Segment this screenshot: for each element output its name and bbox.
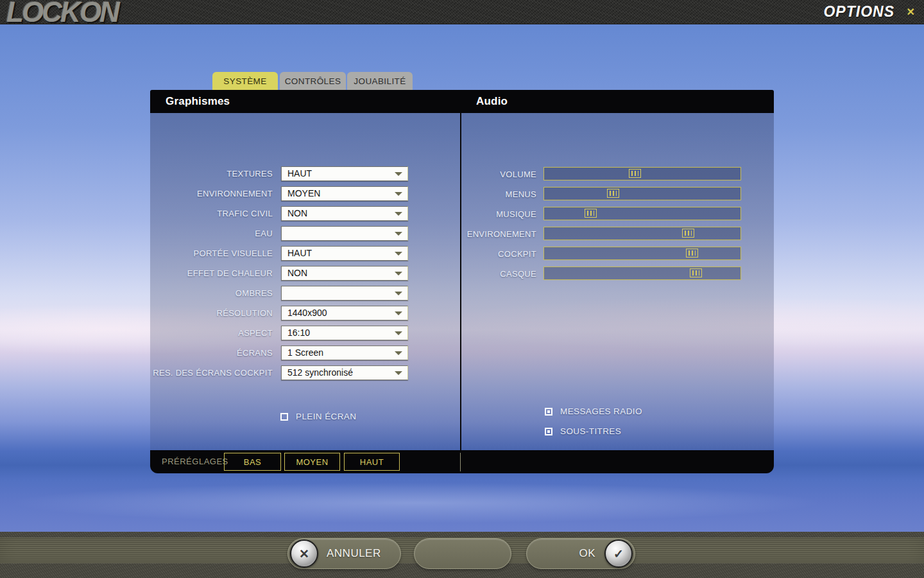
options-screen: LOCK ON OPTIONS ✕ SYSTÈME CONTRÔLES JOUA… [0, 0, 924, 578]
screens-dropdown[interactable]: 1 Screen [281, 346, 408, 360]
setting-label: TRAFIC CIVIL [150, 206, 273, 221]
fullscreen-checkbox-row[interactable]: PLEIN ÉCRAN [280, 412, 356, 421]
cockpit-sound-slider[interactable] [543, 247, 741, 260]
headset-slider[interactable] [543, 267, 741, 280]
graphics-row: ASPECT 16:10 [150, 326, 458, 340]
slider-handle[interactable] [629, 169, 641, 178]
water-dropdown[interactable] [281, 226, 408, 241]
slider-handle[interactable] [690, 268, 702, 277]
audio-row: MENUS [461, 187, 774, 202]
audio-row: COCKPIT [461, 247, 774, 261]
middle-button[interactable] [414, 538, 511, 569]
ok-button[interactable]: OK ✓ [526, 538, 635, 569]
heat-effect-dropdown[interactable]: NON [281, 266, 408, 281]
lockon-logo: LOCK ON [6, 0, 118, 24]
dropdown-value: HAUT [287, 247, 312, 260]
ok-icon: ✓ [604, 539, 633, 568]
tab-jouabilite[interactable]: JOUABILITÉ [347, 72, 413, 91]
checkbox-label: SOUS-TITRES [560, 426, 621, 436]
presets-divider [460, 453, 461, 471]
audio-row: CASQUE [461, 267, 774, 281]
close-icon[interactable]: ✕ [907, 6, 915, 18]
chevron-down-icon [395, 371, 402, 375]
checkbox[interactable] [545, 408, 552, 416]
setting-label: EAU [150, 226, 273, 241]
chevron-down-icon [395, 252, 402, 256]
audio-row: MUSIQUE [461, 207, 774, 222]
environment-dropdown[interactable]: MOYEN [281, 186, 408, 201]
graphics-row: EFFET DE CHALEUR NON [150, 266, 458, 281]
graphics-row: ÉCRANS 1 Screen [150, 346, 458, 360]
panel-header: Graphismes Audio [150, 90, 774, 113]
tab-systeme[interactable]: SYSTÈME [212, 72, 278, 91]
chevron-down-icon [395, 172, 402, 176]
resolution-dropdown[interactable]: 924x578 [281, 306, 408, 320]
setting-label: RÉSOLUTION [150, 306, 273, 320]
slider-label: VOLUME [462, 167, 536, 182]
cancel-icon: ✕ [290, 539, 318, 568]
page-title: OPTIONS [823, 3, 894, 21]
audio-row: VOLUME [461, 167, 774, 182]
title-bar: LOCK ON OPTIONS ✕ [0, 0, 924, 24]
checkbox-label: MESSAGES RADIO [560, 407, 642, 416]
slider-label: CASQUE [462, 267, 536, 281]
slider-handle[interactable] [585, 209, 597, 218]
dropdown-value: 16:10 [287, 326, 310, 340]
setting-label: ENVIRONNEMENT [150, 186, 273, 201]
radio-messages-checkbox-row[interactable]: MESSAGES RADIO [545, 407, 642, 416]
chevron-down-icon [395, 351, 402, 355]
graphics-row: TEXTURES HAUT [150, 166, 458, 181]
checkbox[interactable] [545, 428, 552, 435]
visual-range-dropdown[interactable]: HAUT [281, 246, 408, 261]
chevron-down-icon [395, 272, 402, 276]
graphics-row: TRAFIC CIVIL NON [150, 206, 458, 221]
preset-high-button[interactable]: HAUT [344, 453, 400, 471]
menus-slider[interactable] [543, 187, 741, 200]
checkbox[interactable] [280, 413, 288, 421]
cancel-button[interactable]: ✕ ANNULER [287, 538, 401, 569]
slider-handle[interactable] [607, 189, 619, 198]
preset-low-button[interactable]: BAS [224, 453, 281, 471]
environment-sound-slider[interactable] [543, 227, 741, 240]
slider-label: MENUS [462, 187, 536, 202]
setting-label: EFFET DE CHALEUR [150, 266, 273, 281]
slider-label: COCKPIT [462, 247, 536, 261]
graphics-row: OMBRES [150, 286, 458, 301]
cockpit-screen-res-dropdown[interactable]: 512 synchronisé [281, 365, 408, 380]
setting-label: TEXTURES [150, 166, 273, 181]
chevron-down-icon [395, 232, 402, 236]
section-divider [460, 113, 461, 450]
graphics-row: RES. DES ÉCRANS COCKPIT 512 synchronisé [150, 365, 458, 380]
tab-controles[interactable]: CONTRÔLES [280, 72, 346, 91]
subtitles-checkbox-row[interactable]: SOUS-TITRES [545, 426, 621, 436]
civil-traffic-dropdown[interactable]: NON [281, 206, 408, 221]
presets-bar: PRÉRÉGLAGES BAS MOYEN HAUT [150, 450, 774, 473]
dropdown-value: MOYEN [287, 187, 320, 200]
audio-section-title: Audio [476, 90, 508, 113]
shadows-dropdown[interactable] [281, 286, 408, 301]
chevron-down-icon [395, 292, 402, 295]
slider-label: MUSIQUE [462, 207, 536, 222]
dropdown-value: NON [287, 207, 307, 220]
panel-body [150, 113, 774, 450]
dropdown-value: 924x578 [287, 306, 327, 320]
cancel-label: ANNULER [327, 547, 381, 560]
graphics-row: PORTÉE VISUELLE HAUT [150, 246, 458, 261]
audio-row: ENVIRONEMENT [461, 227, 774, 241]
music-slider[interactable] [543, 207, 741, 220]
slider-handle[interactable] [686, 249, 698, 258]
chevron-down-icon [395, 212, 402, 216]
setting-label: RES. DES ÉCRANS COCKPIT [150, 365, 273, 380]
slider-label: ENVIRONEMENT [462, 227, 536, 241]
slider-handle[interactable] [682, 229, 694, 238]
dropdown-value: 1 Screen [287, 346, 323, 360]
aspect-dropdown[interactable]: 16:10 [281, 326, 408, 340]
volume-slider[interactable] [543, 167, 741, 180]
dropdown-value: HAUT [287, 167, 312, 180]
textures-dropdown[interactable]: HAUT [281, 166, 408, 181]
preset-medium-button[interactable]: MOYEN [284, 453, 340, 471]
graphics-row: RÉSOLUTION 924x578 [150, 306, 458, 320]
graphics-row: ENVIRONNEMENT MOYEN [150, 186, 458, 201]
checkbox-label: PLEIN ÉCRAN [296, 412, 356, 421]
setting-label: ASPECT [150, 326, 273, 340]
